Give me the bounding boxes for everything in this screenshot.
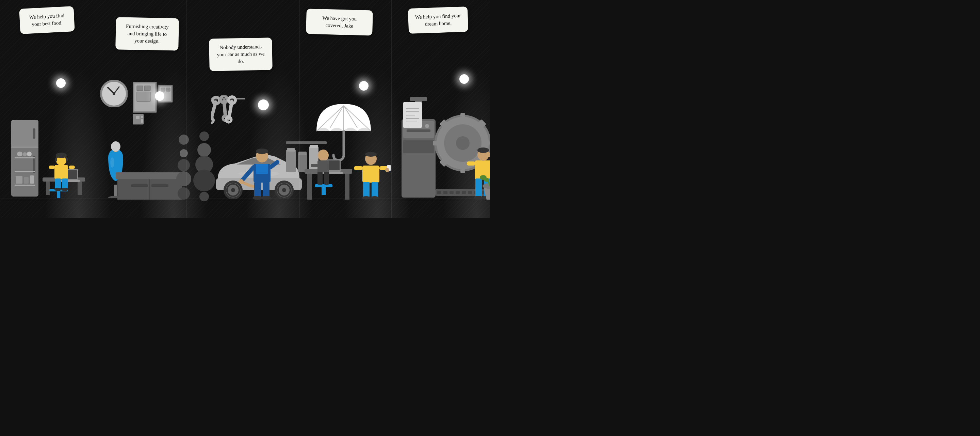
auto-circles bbox=[184, 128, 224, 203]
svg-rect-129 bbox=[307, 174, 312, 200]
svg-point-60 bbox=[110, 157, 115, 168]
light-dot-food bbox=[56, 78, 66, 88]
sep-3 bbox=[299, 0, 300, 218]
svg-rect-43 bbox=[144, 86, 150, 91]
svg-point-160 bbox=[425, 124, 429, 128]
svg-rect-139 bbox=[318, 172, 323, 185]
svg-rect-138 bbox=[311, 164, 318, 167]
svg-rect-42 bbox=[137, 86, 143, 91]
fridge-illustration bbox=[10, 120, 40, 198]
svg-rect-3 bbox=[33, 128, 35, 139]
svg-rect-124 bbox=[363, 182, 369, 197]
svg-rect-30 bbox=[62, 179, 68, 189]
svg-point-103 bbox=[193, 169, 215, 192]
svg-rect-163 bbox=[437, 191, 441, 194]
svg-rect-125 bbox=[372, 182, 378, 197]
svg-point-10 bbox=[27, 152, 32, 157]
speech-bubble-realestate: We help you find your dream home. bbox=[408, 6, 468, 34]
svg-rect-137 bbox=[318, 160, 329, 172]
design-frames bbox=[133, 82, 173, 136]
svg-rect-105 bbox=[286, 150, 296, 172]
speech-bubble-insurance: We have got you covered, Jake bbox=[306, 8, 373, 35]
svg-rect-5 bbox=[14, 157, 35, 158]
svg-rect-157 bbox=[410, 97, 427, 101]
clock-illustration bbox=[100, 80, 127, 107]
svg-point-126 bbox=[362, 196, 371, 200]
svg-point-99 bbox=[261, 196, 271, 200]
svg-rect-12 bbox=[24, 177, 29, 184]
svg-rect-34 bbox=[66, 158, 68, 161]
plant-pot bbox=[480, 172, 490, 200]
svg-point-187 bbox=[484, 178, 489, 182]
svg-point-39 bbox=[113, 92, 115, 95]
svg-rect-6 bbox=[14, 171, 35, 172]
svg-rect-47 bbox=[161, 88, 165, 91]
svg-rect-11 bbox=[16, 176, 22, 184]
svg-rect-143 bbox=[403, 140, 434, 153]
svg-rect-164 bbox=[443, 191, 447, 194]
svg-point-104 bbox=[199, 192, 209, 201]
svg-rect-65 bbox=[151, 184, 169, 187]
svg-rect-148 bbox=[460, 113, 465, 120]
insurance-agent bbox=[350, 135, 391, 200]
svg-point-98 bbox=[253, 196, 262, 200]
mechanic-person bbox=[238, 131, 286, 200]
light-dot-design bbox=[155, 91, 164, 101]
svg-rect-161 bbox=[407, 129, 430, 132]
svg-rect-135 bbox=[321, 187, 326, 195]
light-dot-auto bbox=[258, 99, 269, 110]
svg-point-84 bbox=[231, 188, 235, 192]
svg-point-32 bbox=[61, 188, 68, 191]
main-scene: We help you find your best food. bbox=[0, 0, 490, 218]
svg-point-79 bbox=[228, 96, 236, 104]
svg-rect-44 bbox=[137, 92, 150, 102]
svg-point-35 bbox=[56, 153, 67, 158]
svg-rect-165 bbox=[450, 191, 453, 194]
svg-rect-130 bbox=[345, 174, 350, 200]
svg-point-31 bbox=[54, 188, 61, 191]
svg-rect-64 bbox=[131, 184, 148, 187]
svg-rect-120 bbox=[354, 166, 363, 170]
svg-rect-134 bbox=[315, 184, 332, 187]
svg-point-8 bbox=[17, 152, 22, 157]
light-dot-realestate bbox=[460, 74, 469, 84]
realestate-papers bbox=[403, 102, 424, 129]
svg-point-136 bbox=[318, 150, 329, 161]
svg-rect-166 bbox=[456, 191, 460, 194]
light-dot-insurance bbox=[359, 81, 369, 91]
svg-rect-150 bbox=[433, 141, 440, 145]
sep-2 bbox=[186, 0, 187, 218]
svg-point-176 bbox=[477, 147, 489, 153]
svg-rect-26 bbox=[54, 165, 68, 179]
svg-rect-144 bbox=[403, 155, 434, 169]
svg-rect-106 bbox=[287, 148, 295, 152]
svg-rect-97 bbox=[263, 182, 269, 197]
svg-rect-13 bbox=[30, 176, 34, 184]
svg-point-127 bbox=[370, 196, 379, 200]
svg-rect-53 bbox=[141, 116, 143, 118]
svg-rect-96 bbox=[254, 182, 261, 197]
svg-point-100 bbox=[199, 131, 209, 141]
svg-rect-19 bbox=[78, 182, 82, 195]
svg-point-9 bbox=[23, 152, 27, 157]
svg-rect-24 bbox=[57, 192, 60, 198]
insurance-client bbox=[305, 135, 352, 200]
svg-rect-178 bbox=[467, 161, 475, 166]
svg-point-123 bbox=[385, 168, 389, 172]
svg-rect-48 bbox=[166, 88, 170, 91]
speech-bubble-auto: Nobody understands your car as much as w… bbox=[209, 37, 272, 71]
svg-rect-92 bbox=[256, 164, 268, 174]
svg-rect-29 bbox=[55, 179, 61, 189]
svg-point-94 bbox=[256, 149, 268, 154]
svg-rect-7 bbox=[14, 185, 35, 186]
speech-bubble-food: We help you find your best food. bbox=[19, 6, 75, 34]
svg-rect-140 bbox=[324, 172, 329, 185]
svg-rect-18 bbox=[46, 182, 50, 195]
svg-rect-33 bbox=[55, 158, 57, 161]
svg-rect-27 bbox=[49, 166, 55, 169]
speech-bubble-design: Furnishing creativity and bringing life … bbox=[115, 17, 179, 50]
sep-4 bbox=[391, 0, 392, 218]
svg-point-119 bbox=[365, 152, 377, 157]
svg-rect-117 bbox=[363, 166, 379, 182]
svg-point-101 bbox=[197, 143, 211, 157]
